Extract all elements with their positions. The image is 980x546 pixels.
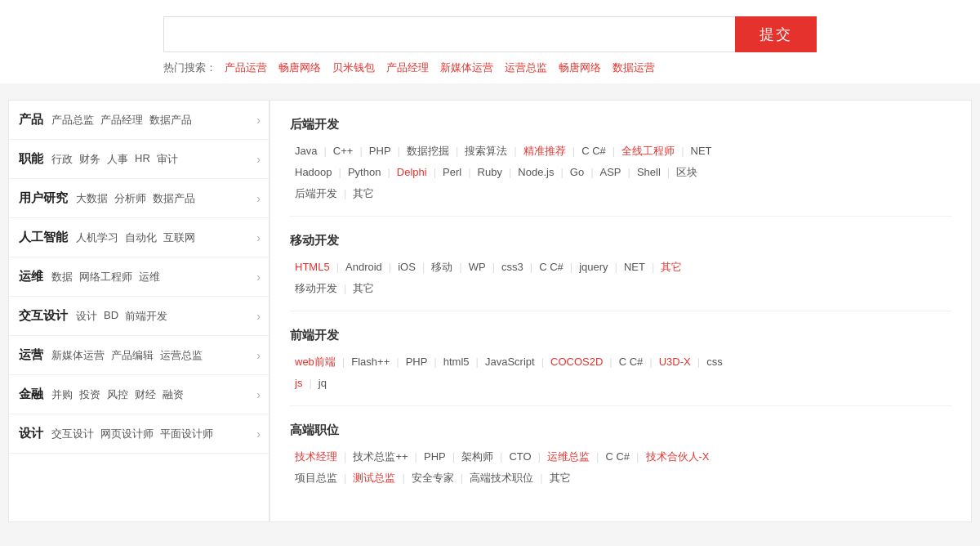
- sidebar-tag: 设计: [76, 309, 97, 324]
- sidebar-tag: 人事: [107, 152, 128, 167]
- sidebar-tag: 数据产品: [149, 113, 192, 128]
- tag-item[interactable]: 其它: [545, 468, 576, 489]
- tag-item[interactable]: C C#: [577, 141, 611, 162]
- tag-item[interactable]: PHP: [364, 141, 396, 162]
- tag-item[interactable]: 项目总监: [290, 468, 342, 489]
- chevron-right-icon: ›: [256, 427, 261, 441]
- tag-item[interactable]: Go: [565, 162, 589, 183]
- tag-item[interactable]: 精准推荐: [519, 141, 571, 162]
- hot-search-item[interactable]: 数据运营: [612, 60, 655, 75]
- sidebar-item-finance[interactable]: 金融并购投资风控财经融资›: [9, 375, 269, 414]
- sidebar-tag: 数据: [51, 270, 73, 284]
- tag-separator: |: [559, 162, 564, 183]
- tag-separator: |: [342, 468, 348, 489]
- tag-item[interactable]: C C#: [534, 257, 568, 278]
- tag-item[interactable]: 数据挖掘: [402, 141, 454, 162]
- tag-item[interactable]: css: [702, 351, 728, 373]
- search-row: 提交: [163, 16, 817, 52]
- tag-item[interactable]: Android: [341, 257, 387, 278]
- tag-separator: |: [432, 162, 438, 183]
- sidebar-cat-label: 用户研究: [19, 190, 68, 206]
- tag-item[interactable]: 后端开发: [290, 183, 342, 204]
- tag-item[interactable]: HTML5: [290, 257, 335, 278]
- tag-item[interactable]: 其它: [348, 278, 379, 299]
- sidebar-tag: 运维: [139, 270, 160, 284]
- tag-item[interactable]: css3: [497, 257, 528, 278]
- search-button[interactable]: 提交: [735, 16, 817, 52]
- sidebar-item-role[interactable]: 职能行政财务人事HR审计›: [9, 140, 269, 179]
- tag-separator: |: [342, 446, 348, 468]
- tag-separator: |: [568, 257, 574, 278]
- tag-item[interactable]: 移动开发: [290, 278, 342, 299]
- tag-item[interactable]: 测试总监: [348, 468, 400, 489]
- tag-item[interactable]: Node.js: [513, 162, 559, 183]
- tag-item[interactable]: 搜索算法: [460, 141, 512, 162]
- tag-item[interactable]: 技术合伙人-X: [641, 446, 715, 468]
- hot-search-item[interactable]: 产品经理: [386, 60, 429, 75]
- tag-item[interactable]: 高端技术职位: [465, 468, 538, 489]
- tag-item[interactable]: COCOS2D: [546, 351, 608, 373]
- tag-item[interactable]: Perl: [438, 162, 466, 183]
- tag-item[interactable]: PHP: [401, 351, 433, 373]
- tag-separator: |: [498, 446, 504, 468]
- tag-item[interactable]: 其它: [348, 183, 379, 204]
- tag-item[interactable]: ASP: [595, 162, 626, 183]
- hot-search-item[interactable]: 新媒体运营: [440, 60, 493, 75]
- tag-item[interactable]: web前端: [290, 351, 341, 373]
- tag-item[interactable]: Hadoop: [290, 162, 337, 183]
- sidebar-item-ai[interactable]: 人工智能人机学习自动化互联网›: [9, 218, 269, 257]
- tag-item[interactable]: 移动: [426, 257, 457, 278]
- chevron-right-icon: ›: [256, 192, 261, 205]
- sidebar-item-ops[interactable]: 运维数据网络工程师运维›: [9, 257, 269, 297]
- tag-item[interactable]: 技术总监++: [348, 446, 412, 468]
- tag-item[interactable]: 技术经理: [290, 446, 342, 468]
- section-divider: [290, 216, 951, 217]
- hot-search-item[interactable]: 畅唐网络: [559, 60, 601, 75]
- sidebar-cat-label: 交互设计: [19, 308, 68, 324]
- chevron-right-icon: ›: [256, 271, 261, 284]
- sidebar-tag: HR: [135, 152, 150, 167]
- tag-item[interactable]: html5: [439, 351, 474, 373]
- tag-item[interactable]: 区块: [671, 162, 702, 183]
- tag-separator: |: [394, 351, 400, 373]
- tag-item[interactable]: 其它: [656, 257, 687, 278]
- tag-item[interactable]: iOS: [393, 257, 421, 278]
- tag-item[interactable]: jquery: [574, 257, 612, 278]
- sidebar-tag: 并购: [51, 387, 73, 402]
- tag-item[interactable]: Java: [290, 141, 322, 162]
- tag-item[interactable]: jq: [314, 373, 332, 394]
- tag-item[interactable]: C++: [328, 141, 359, 162]
- tag-item[interactable]: Delphi: [392, 162, 432, 183]
- tag-item[interactable]: js: [290, 373, 307, 394]
- sidebar-item-product[interactable]: 产品产品总监产品经理数据产品›: [9, 101, 269, 140]
- tag-item[interactable]: Python: [343, 162, 385, 183]
- tag-item[interactable]: CTO: [504, 446, 536, 468]
- tag-item[interactable]: C C#: [614, 351, 648, 373]
- hot-search-item[interactable]: 运营总监: [505, 60, 547, 75]
- sidebar-item-user-research[interactable]: 用户研究大数据分析师数据产品›: [9, 179, 269, 218]
- tag-item[interactable]: U3D-X: [654, 351, 696, 373]
- tag-separator: |: [571, 141, 577, 162]
- hot-search-item[interactable]: 贝米钱包: [332, 60, 375, 75]
- tag-item[interactable]: NET: [686, 141, 717, 162]
- tag-item[interactable]: 运维总监: [542, 446, 595, 468]
- tag-item[interactable]: NET: [619, 257, 650, 278]
- tag-item[interactable]: WP: [464, 257, 491, 278]
- sidebar: 产品产品总监产品经理数据产品›职能行政财务人事HR审计›用户研究大数据分析师数据…: [8, 100, 270, 522]
- hot-search-item[interactable]: 产品运营: [225, 60, 267, 75]
- sidebar-item-operation[interactable]: 运营新媒体运营产品编辑运营总监›: [9, 336, 269, 375]
- tag-item[interactable]: Ruby: [473, 162, 507, 183]
- tag-item[interactable]: 架构师: [457, 446, 498, 468]
- tag-item[interactable]: JavaScript: [480, 351, 540, 373]
- tag-separator: |: [466, 162, 472, 183]
- sidebar-item-design[interactable]: 设计交互设计网页设计师平面设计师›: [9, 414, 269, 454]
- tag-item[interactable]: Flash++: [346, 351, 394, 373]
- tag-item[interactable]: PHP: [419, 446, 451, 468]
- tag-item[interactable]: C C#: [600, 446, 635, 468]
- sidebar-item-ux[interactable]: 交互设计设计BD前端开发›: [9, 297, 269, 336]
- search-input[interactable]: [163, 16, 735, 52]
- tag-item[interactable]: 安全专家: [407, 468, 459, 489]
- hot-search-item[interactable]: 畅唐网络: [278, 60, 321, 75]
- tag-item[interactable]: 全线工程师: [617, 141, 679, 162]
- tag-item[interactable]: Shell: [632, 162, 666, 183]
